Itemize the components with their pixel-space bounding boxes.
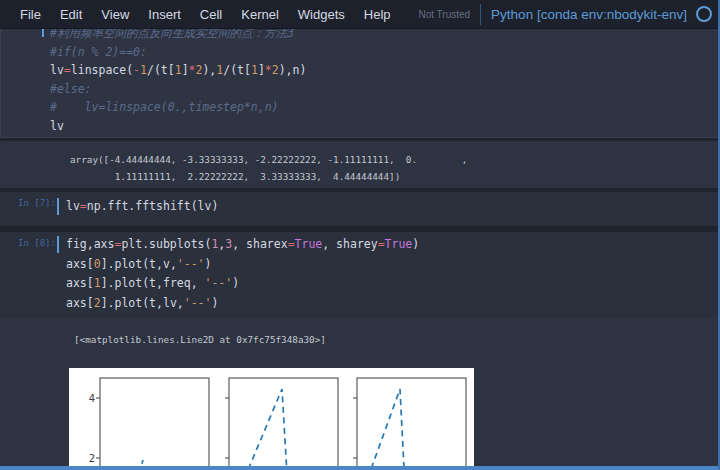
menu-cell[interactable]: Cell — [200, 7, 222, 22]
text-cursor-in8 — [57, 236, 59, 253]
code-input-top[interactable]: #利用频率空间的点反向生成实空间的点：方法3#if(n % 2)==0:lv=l… — [50, 28, 306, 135]
bottom-blue-bar — [0, 466, 720, 470]
menubar: File Edit View Insert Cell Kernel Widget… — [0, 0, 720, 29]
kernel-name: Python [conda env:nbodykit-env] — [491, 7, 687, 22]
not-trusted-badge: Not Trusted — [418, 9, 470, 20]
menu-edit[interactable]: Edit — [60, 7, 82, 22]
output-array-line2: 1.11111111, 2.22222222, 3.33333333, 4.44… — [70, 168, 400, 185]
code-cell-in8[interactable]: In [8]: fig,axs=plt.subplots(1,3, sharex… — [0, 232, 720, 318]
output-plot-area: [<matplotlib.lines.Line2D at 0x7fc75f348… — [0, 318, 720, 470]
menu-widgets[interactable]: Widgets — [298, 7, 345, 22]
menu-kernel[interactable]: Kernel — [241, 7, 279, 22]
menubar-separator — [480, 4, 481, 25]
menu-file[interactable]: File — [20, 7, 41, 22]
output-array-line1: array([-4.44444444, -3.33333333, -2.2222… — [70, 151, 467, 168]
output-array-area: array([-4.44444444, -3.33333333, -2.2222… — [0, 141, 720, 188]
menu-help[interactable]: Help — [364, 7, 391, 22]
svg-text:2: 2 — [89, 453, 95, 464]
prompt-in8: In [8]: — [18, 238, 56, 248]
jupyter-notebook-window: { "menubar": { "items": ["File", "Edit",… — [0, 0, 720, 470]
text-cursor-top — [42, 28, 44, 37]
output-line2d-repr: [<matplotlib.lines.Line2D at 0x7fc75f348… — [74, 331, 326, 348]
code-cell-in7[interactable]: In [7]: lv=np.fft.fftshift(lv) — [0, 192, 720, 226]
menu-insert[interactable]: Insert — [148, 7, 181, 22]
matplotlib-figure: 42 — [69, 368, 474, 470]
prompt-in7: In [7]: — [18, 198, 56, 208]
menu-view[interactable]: View — [101, 7, 129, 22]
svg-text:4: 4 — [89, 393, 95, 404]
kernel-status-icon — [696, 6, 712, 22]
code-input-in7[interactable]: lv=np.fft.fftshift(lv) — [66, 197, 218, 216]
code-input-in8[interactable]: fig,axs=plt.subplots(1,3, sharex=True, s… — [66, 235, 419, 313]
code-cell-top[interactable]: #利用频率空间的点反向生成实空间的点：方法3#if(n % 2)==0:lv=l… — [0, 28, 720, 138]
text-cursor-in7 — [57, 198, 59, 215]
